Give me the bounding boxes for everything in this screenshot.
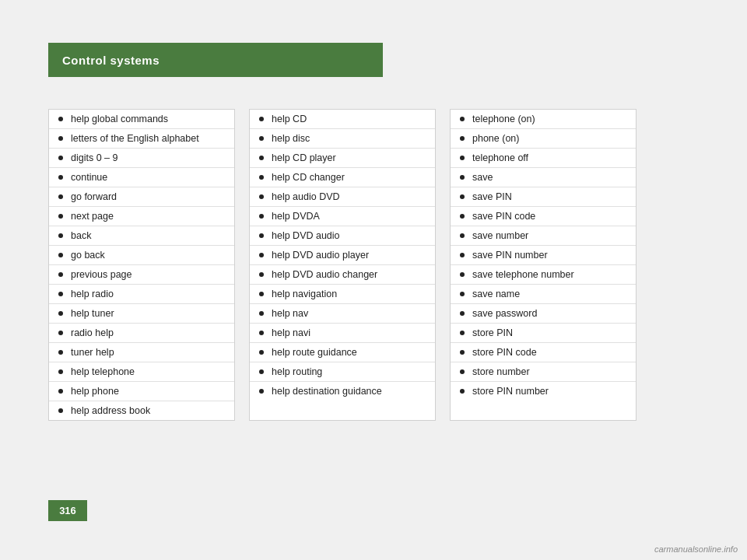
bullet-icon [460, 117, 465, 121]
list-item-text: go forward [71, 191, 117, 202]
bullet-icon [259, 156, 264, 160]
list-item: save [451, 168, 636, 187]
list-item-text: save PIN number [472, 250, 548, 261]
list-item-text: help CD [272, 114, 307, 124]
bullet-icon [259, 194, 264, 199]
list-item: help DVD audio [250, 226, 435, 246]
bullet-icon [58, 331, 63, 335]
list-item: help address book [49, 401, 234, 420]
bullet-icon [259, 292, 264, 296]
list-item-text: phone (on) [472, 133, 519, 144]
list-item: store number [451, 362, 636, 382]
bullet-icon [460, 272, 465, 277]
list-item: save PIN [451, 187, 636, 207]
list-item-text: save password [472, 308, 537, 319]
bullet-icon [460, 136, 465, 141]
bullet-icon [460, 389, 465, 394]
list-item: help nav [250, 304, 435, 324]
list-item: tuner help [49, 343, 234, 362]
list-item-text: go back [71, 250, 105, 261]
list-item: continue [49, 168, 234, 187]
list-item-text: help tuner [71, 308, 114, 319]
bullet-icon [259, 175, 264, 180]
list-item-text: help routing [272, 366, 322, 377]
list-item-text: save telephone number [472, 269, 574, 280]
list-item: help destination guidance [250, 382, 435, 401]
columns-container: help global commandsletters of the Engli… [48, 109, 637, 421]
list-item-text: save name [472, 289, 520, 299]
list-item: help DVD audio player [250, 246, 435, 265]
list-item-text: back [71, 230, 91, 241]
list-item-text: store PIN number [472, 386, 549, 397]
list-item: radio help [49, 324, 234, 343]
list-item-text: store number [472, 366, 530, 377]
bullet-icon [58, 350, 63, 355]
bullet-icon [259, 233, 264, 238]
bullet-icon [58, 233, 63, 238]
watermark: carmanualsonline.info [654, 544, 738, 554]
bullet-icon [58, 272, 63, 277]
list-item-text: tuner help [71, 347, 114, 358]
bullet-icon [58, 389, 63, 394]
list-item: help CD changer [250, 168, 435, 187]
list-item-text: help DVD audio player [272, 250, 369, 261]
bullet-icon [58, 292, 63, 296]
list-item: telephone (on) [451, 110, 636, 129]
list-item-text: help telephone [71, 366, 135, 377]
bullet-icon [259, 350, 264, 355]
list-item-text: help CD player [272, 152, 336, 163]
list-item-text: help address book [71, 405, 150, 416]
list-column-3: telephone (on)phone (on)telephone offsav… [450, 109, 637, 421]
list-item: go forward [49, 187, 234, 207]
list-item-text: store PIN [472, 327, 513, 338]
bullet-icon [58, 214, 63, 219]
list-item: help CD player [250, 149, 435, 168]
list-item-text: digits 0 – 9 [71, 152, 117, 163]
list-item-text: radio help [71, 327, 114, 338]
list-column-1: help global commandsletters of the Engli… [48, 109, 235, 421]
bullet-icon [58, 194, 63, 199]
list-item-text: help DVD audio changer [272, 269, 377, 280]
bullet-icon [460, 331, 465, 335]
list-item-text: letters of the English alphabet [71, 133, 199, 144]
list-item: help CD [250, 110, 435, 129]
list-item: help telephone [49, 362, 234, 382]
list-item: save PIN number [451, 246, 636, 265]
page-number: 316 [48, 500, 87, 521]
bullet-icon [259, 117, 264, 121]
list-item-text: help disc [272, 133, 310, 144]
list-item: help phone [49, 382, 234, 401]
list-item: go back [49, 246, 234, 265]
bullet-icon [460, 311, 465, 316]
list-item: back [49, 226, 234, 246]
list-item-text: help global commands [71, 114, 168, 124]
list-item-text: previous page [71, 269, 132, 280]
list-item: telephone off [451, 149, 636, 168]
bullet-icon [259, 369, 264, 374]
list-item: help global commands [49, 110, 234, 129]
bullet-icon [259, 136, 264, 141]
page: Control systems help global commandslett… [0, 0, 747, 560]
list-item: save PIN code [451, 207, 636, 226]
list-item: letters of the English alphabet [49, 129, 234, 149]
bullet-icon [259, 389, 264, 394]
bullet-icon [58, 369, 63, 374]
list-item-text: help audio DVD [272, 191, 340, 202]
list-item: digits 0 – 9 [49, 149, 234, 168]
list-item-text: save PIN [472, 191, 512, 202]
bullet-icon [58, 156, 63, 160]
list-item: save telephone number [451, 265, 636, 285]
list-item-text: help DVDA [272, 211, 320, 222]
bullet-icon [460, 156, 465, 160]
list-item-text: store PIN code [472, 347, 537, 358]
list-item-text: telephone (on) [472, 114, 535, 124]
list-item-text: help phone [71, 386, 119, 397]
list-item: store PIN code [451, 343, 636, 362]
list-item-text: help navigation [272, 289, 337, 299]
bullet-icon [460, 214, 465, 219]
list-item-text: save number [472, 230, 528, 241]
list-item-text: telephone off [472, 152, 528, 163]
bullet-icon [58, 117, 63, 121]
list-item-text: next page [71, 211, 114, 222]
list-item: help tuner [49, 304, 234, 324]
